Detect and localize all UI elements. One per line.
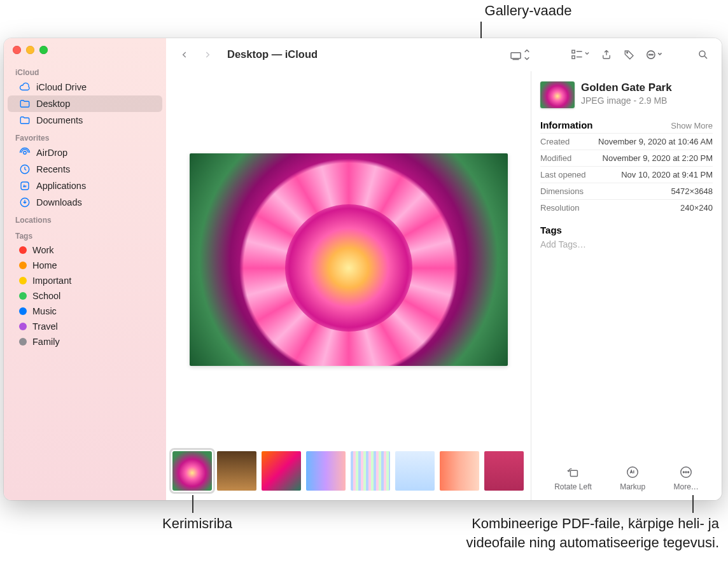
tags-title: Tags [540,225,713,235]
close-window-button[interactable] [13,46,21,54]
forward-button[interactable] [198,46,217,64]
sidebar-item-label: Recents [36,164,70,174]
info-label: Dimensions [540,186,584,196]
sidebar-item-label: Home [32,260,57,270]
tag-dot-icon [19,338,27,346]
toolbar: Desktop — iCloud [166,38,722,71]
info-row-last-opened: Last opened Nov 10, 2020 at 9:41 PM [540,166,713,183]
content-row: Golden Gate Park JPEG image - 2.9 MB Inf… [166,71,722,500]
sidebar-tag-important[interactable]: Important [8,273,162,288]
sidebar-tag-home[interactable]: Home [8,258,162,273]
action-label: Markup [620,482,645,491]
sidebar-item-icloud-drive[interactable]: iCloud Drive [8,79,162,95]
thumbnail[interactable] [440,451,479,491]
svg-rect-5 [572,50,575,53]
sidebar-section-locations: Locations [4,211,166,227]
callout-line [192,495,193,513]
folder-icon [19,115,31,126]
svg-point-11 [652,54,653,55]
tag-dot-icon [19,323,27,330]
sidebar-item-label: Documents [36,115,83,125]
sidebar-tag-work[interactable]: Work [8,242,162,258]
sidebar-item-label: Desktop [36,99,70,109]
info-pane: Golden Gate Park JPEG image - 2.9 MB Inf… [531,71,722,500]
maximize-window-button[interactable] [39,46,48,54]
sidebar-item-airdrop[interactable]: AirDrop [8,144,162,161]
tag-dot-icon [19,246,27,254]
sidebar-item-documents[interactable]: Documents [8,112,162,129]
info-row-dimensions: Dimensions 5472×3648 [540,183,713,199]
info-section-head: Information Show More [540,120,713,130]
tag-dot-icon [19,307,27,315]
thumbnail[interactable] [172,451,212,491]
thumbnail[interactable] [306,451,346,491]
callout-gallery-view: Gallery-vaade [445,1,611,20]
thumbnail[interactable] [262,451,301,491]
preview-image[interactable] [190,153,508,366]
view-mode-button[interactable] [507,46,535,64]
tag-dot-icon [19,277,27,284]
sidebar-tag-music[interactable]: Music [8,304,162,319]
info-row-resolution: Resolution 240×240 [540,199,713,216]
rotate-left-button[interactable]: Rotate Left [554,465,592,491]
info-label: Modified [540,153,571,163]
svg-point-9 [649,54,650,55]
info-label: Created [540,137,570,146]
sidebar-tag-travel[interactable]: Travel [8,319,162,334]
svg-rect-6 [572,55,575,58]
group-button[interactable] [568,46,593,64]
tags-input[interactable]: Add Tags… [540,239,713,249]
share-button[interactable] [597,46,616,64]
airdrop-icon [19,147,31,158]
file-thumbnail [540,81,575,108]
sidebar: iCloud iCloud Drive Desktop Documents Fa… [4,38,166,500]
thumbnail-strip[interactable] [166,448,531,500]
tag-dot-icon [19,262,27,269]
svg-rect-13 [570,470,577,476]
tags-button[interactable] [620,46,639,64]
sidebar-item-desktop[interactable]: Desktop [8,95,162,112]
svg-point-18 [688,472,689,473]
sidebar-tag-school[interactable]: School [8,288,162,304]
svg-point-12 [699,51,705,57]
sidebar-item-label: iCloud Drive [36,82,87,92]
callout-more-actions: Kombineerige PDF-faile, kärpige heli- ja… [299,514,719,552]
info-label: Last opened [540,170,586,179]
sidebar-item-label: Downloads [36,197,82,207]
sidebar-item-downloads[interactable]: Downloads [8,194,162,211]
window-controls [4,46,166,63]
info-value: November 9, 2020 at 2:20 PM [603,153,713,163]
thumbnail[interactable] [395,451,435,491]
sidebar-item-label: Travel [32,321,58,332]
svg-point-17 [685,472,687,473]
thumbnail[interactable] [484,451,524,491]
rotate-left-icon [566,465,581,480]
sidebar-tag-family[interactable]: Family [8,334,162,349]
svg-point-7 [627,52,628,53]
sidebar-item-label: School [32,291,60,301]
show-more-button[interactable]: Show More [671,121,713,130]
action-menu-button[interactable] [643,46,667,64]
svg-rect-2 [21,182,29,190]
back-button[interactable] [175,46,194,64]
more-actions-button[interactable]: More… [673,465,698,491]
action-label: Rotate Left [554,482,592,491]
sidebar-item-applications[interactable]: Applications [8,178,162,194]
folder-icon [19,98,31,109]
svg-point-10 [650,54,651,55]
finder-window: iCloud iCloud Drive Desktop Documents Fa… [4,38,722,500]
search-button[interactable] [694,46,713,64]
svg-point-0 [24,151,27,155]
sidebar-item-recents[interactable]: Recents [8,161,162,178]
thumbnail[interactable] [351,451,390,491]
info-row-created: Created November 9, 2020 at 10:46 AM [540,133,713,150]
markup-button[interactable]: Markup [620,465,645,491]
thumbnail[interactable] [217,451,256,491]
sidebar-section-icloud: iCloud [4,63,166,79]
sidebar-item-label: Family [32,337,60,347]
callout-scrubber: Kerimisriba [134,514,261,533]
sidebar-item-label: Music [32,306,57,316]
sidebar-item-label: Work [32,245,54,255]
minimize-window-button[interactable] [26,46,34,54]
clock-icon [19,164,31,175]
